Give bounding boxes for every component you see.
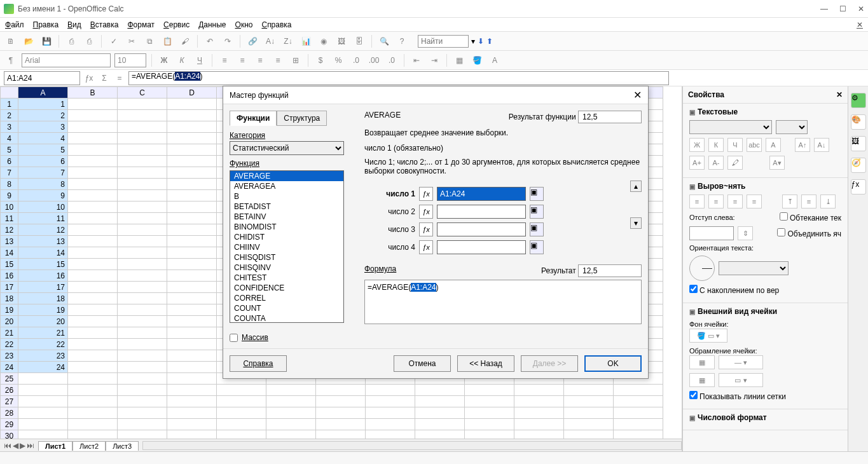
cell[interactable] [118,282,167,293]
cell[interactable]: 14 [18,247,68,259]
cell[interactable] [217,396,266,407]
cell[interactable] [68,224,118,236]
align-center-icon[interactable]: ≡ [708,194,724,208]
cell[interactable] [18,373,68,385]
open-icon[interactable]: 📂 [22,34,36,48]
arg-input[interactable] [437,187,526,201]
row-header[interactable]: 19 [1,304,18,316]
shrink-icon[interactable]: ▣ [530,240,544,254]
cell[interactable] [465,396,514,407]
function-item[interactable]: CORREL [230,293,343,303]
cell[interactable] [167,339,217,350]
menu-insert[interactable]: Вставка [90,20,119,29]
undo-icon[interactable]: ↶ [203,34,217,48]
cell[interactable]: 18 [18,293,68,304]
cell[interactable] [316,396,366,407]
cell[interactable] [118,224,167,236]
tab-structure[interactable]: Структура [277,111,327,126]
tab-functions[interactable]: Функции [230,111,277,126]
cell[interactable] [68,350,118,362]
cell[interactable] [118,293,167,304]
tab-nav-last-icon[interactable]: ⏭ [27,441,34,450]
align-left-icon[interactable]: ≡ [689,194,705,208]
cell[interactable] [366,396,415,407]
arg-fx-icon[interactable]: ƒx [419,222,433,236]
minimize-icon[interactable]: — [820,4,828,13]
cell[interactable] [167,201,217,213]
cell[interactable] [564,419,614,430]
functions-tab-icon[interactable]: ƒx [851,179,866,194]
function-item[interactable]: CHIDIST [230,232,343,242]
border-preset[interactable]: ▦ [689,355,715,369]
percent-icon[interactable]: % [331,53,345,67]
menu-view[interactable]: Вид [67,20,81,29]
strike-icon[interactable]: abc [747,138,762,152]
args-scroll-up-icon[interactable]: ▴ [630,181,642,192]
cell[interactable] [266,396,316,407]
cell[interactable] [118,121,167,133]
menu-help[interactable]: Справка [261,20,291,29]
align-center-icon[interactable]: ≡ [235,53,249,67]
cell[interactable] [18,419,68,430]
cell[interactable] [266,385,316,396]
bold-icon[interactable]: Ж [689,138,705,152]
row-header[interactable]: 7 [1,167,18,179]
cell[interactable] [167,396,217,407]
sheet-tab-2[interactable]: Лист2 [72,441,106,451]
cell[interactable] [316,407,366,419]
cell[interactable] [167,110,217,121]
save-icon[interactable]: 💾 [39,34,53,48]
currency-icon[interactable]: $ [313,53,327,67]
cell[interactable] [68,110,118,121]
valign-bottom-icon[interactable]: ⤓ [820,194,836,208]
border-style[interactable]: — ▾ [719,355,763,369]
font-name-select[interactable] [689,120,772,134]
function-item[interactable]: B [230,191,343,201]
row-header[interactable]: 27 [1,396,18,407]
cell[interactable] [217,385,266,396]
gallery-tab-icon[interactable]: 🖼 [851,136,866,151]
cell[interactable]: 23 [18,350,68,362]
cell[interactable] [167,304,217,316]
font-size-select[interactable] [776,120,808,134]
row-header[interactable]: 5 [1,144,18,156]
cell[interactable] [118,247,167,259]
underline-icon[interactable]: Ч [727,138,743,152]
border-color[interactable]: ▭ ▾ [719,373,763,387]
dec-indent-icon[interactable]: ⇤ [410,53,424,67]
cell[interactable] [118,373,167,385]
cell[interactable] [564,396,614,407]
cell[interactable] [465,419,514,430]
cell[interactable]: 6 [18,156,68,167]
cell[interactable] [118,339,167,350]
cell[interactable] [167,133,217,144]
print-icon[interactable]: ⎙ [82,34,96,48]
cell[interactable] [68,156,118,167]
cell[interactable] [118,236,167,247]
export-pdf-icon[interactable]: ⎙ [64,34,78,48]
menu-tools[interactable]: Сервис [163,20,189,29]
row-header[interactable]: 13 [1,236,18,247]
cell[interactable]: 15 [18,259,68,270]
arg-input[interactable] [437,222,526,236]
cell[interactable] [167,236,217,247]
col-header[interactable]: C [118,87,167,99]
close-icon[interactable]: ✕ [858,4,864,13]
hyperlink-icon[interactable]: 🔗 [245,34,259,48]
styles-icon[interactable]: ¶ [4,53,18,67]
dialog-close-icon[interactable]: ✕ [633,89,642,101]
cell[interactable] [217,419,266,430]
chart-icon[interactable]: 📊 [299,34,313,48]
row-header[interactable]: 25 [1,373,18,385]
underline-icon[interactable]: Ч [193,53,207,67]
menu-window[interactable]: Окно [235,20,253,29]
cell[interactable] [415,396,465,407]
shadow-icon[interactable]: A [766,138,781,152]
wrap-checkbox[interactable] [780,212,788,221]
row-header[interactable]: 9 [1,190,18,201]
cell[interactable] [118,327,167,339]
cell[interactable] [68,327,118,339]
align-justify-icon[interactable]: ≡ [271,53,285,67]
sum-icon[interactable]: Σ [98,72,111,85]
cell[interactable] [118,316,167,327]
